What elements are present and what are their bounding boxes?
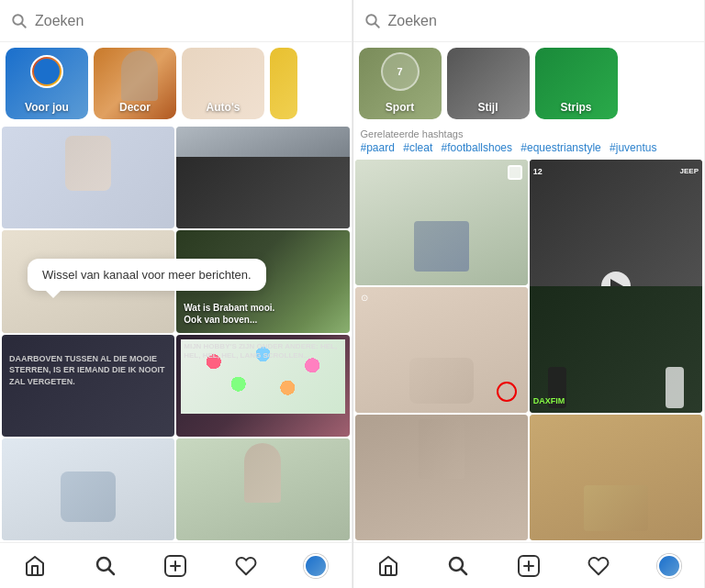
- right-panel: 7 Sport Stijl Strips Gerelateerde hashta…: [353, 0, 706, 588]
- left-search-bar[interactable]: [0, 0, 352, 42]
- right-search-nav-icon: [447, 555, 469, 577]
- grid-cell-r3[interactable]: ⊙: [355, 287, 528, 413]
- left-content-grid: Wat is Brabant mooi.Ook van boven... DAA…: [0, 125, 352, 542]
- grid-cell-6[interactable]: MIJN HOBBY'S ZIJN ONDER ANDERE: HEL, HEL…: [176, 335, 349, 437]
- jeep-logo: JEEP: [680, 167, 699, 175]
- grid-cell-7[interactable]: [2, 438, 174, 540]
- category-label-autos: Auto's: [182, 101, 264, 114]
- number-badge: 12: [533, 167, 543, 176]
- category-label-decor: Decor: [94, 101, 176, 114]
- hashtag-label: Gerelateerde hashtags: [361, 128, 698, 139]
- right-profile-avatar: [657, 554, 681, 578]
- right-search-icon: [364, 13, 381, 29]
- nav-profile[interactable]: [297, 548, 334, 584]
- left-category-strip: Voor jou Decor Auto's: [0, 42, 352, 125]
- right-nav-heart[interactable]: [580, 548, 617, 584]
- nav-search[interactable]: [87, 548, 124, 584]
- heart-icon: [235, 555, 257, 577]
- left-bottom-nav: [0, 542, 352, 588]
- nav-add[interactable]: [157, 548, 194, 584]
- right-heart-icon: [588, 555, 610, 577]
- category-label-voor-jou: Voor jou: [6, 101, 88, 114]
- right-bottom-nav: [353, 542, 705, 588]
- category-voor-jou[interactable]: Voor jou: [6, 48, 88, 119]
- profile-avatar: [304, 554, 328, 578]
- grid-cell-r4[interactable]: [355, 415, 528, 540]
- right-content-grid: DAXFIM JEEP 12 ⊙: [353, 158, 705, 542]
- hashtag-footballshoes[interactable]: #footballshoes: [442, 141, 512, 154]
- category-extra[interactable]: [270, 48, 297, 119]
- right-nav-add[interactable]: [510, 548, 547, 584]
- right-add-icon: [517, 554, 541, 578]
- left-panel: Voor jou Decor Auto's Wissel van kanaal …: [0, 0, 352, 588]
- svg-line-10: [462, 569, 467, 574]
- cell-text-6: MIJN HOBBY'S ZIJN ONDER ANDERE: HEL, HEL…: [184, 342, 341, 361]
- category-label-sport: Sport: [359, 101, 442, 114]
- hashtag-cleat[interactable]: #cleat: [403, 141, 432, 154]
- right-search-bar[interactable]: [353, 0, 705, 42]
- cell-text-5: DAARBOVEN TUSSEN AL DIE MOOIE STERREN, I…: [9, 353, 167, 388]
- hashtag-row: #paard #cleat #footballshoes #equestrian…: [361, 141, 698, 154]
- grid-cell-2[interactable]: [176, 127, 349, 228]
- category-sport[interactable]: 7 Sport: [359, 48, 442, 119]
- grid-cell-r2[interactable]: DAXFIM JEEP 12: [530, 160, 702, 413]
- right-content: Gerelateerde hashtags #paard #cleat #foo…: [353, 125, 705, 588]
- grid-cell-r5[interactable]: [530, 415, 702, 540]
- category-label-strips: Strips: [535, 101, 618, 114]
- home-icon: [24, 555, 46, 577]
- category-stijl[interactable]: Stijl: [447, 48, 530, 119]
- select-checkbox-r1[interactable]: [508, 165, 522, 180]
- player-white: [666, 367, 684, 408]
- svg-line-1: [22, 23, 26, 27]
- hashtag-juventus[interactable]: #juventus: [610, 141, 656, 154]
- right-nav-profile[interactable]: [651, 548, 688, 584]
- hashtag-equestrianstyle[interactable]: #equestrianstyle: [520, 141, 600, 154]
- grid-cell-1[interactable]: [2, 127, 174, 228]
- category-label-stijl: Stijl: [447, 101, 530, 114]
- tooltip: Wissel van kanaal voor meer berichten.: [28, 259, 266, 291]
- category-decor[interactable]: Decor: [94, 48, 176, 119]
- svg-line-3: [108, 569, 114, 574]
- right-nav-home[interactable]: [370, 548, 407, 584]
- cell-text-4: Wat is Brabant mooi.Ook van boven...: [184, 302, 341, 326]
- category-strips[interactable]: Strips: [535, 48, 618, 119]
- grid-cell-5[interactable]: DAARBOVEN TUSSEN AL DIE MOOIE STERREN, I…: [2, 335, 174, 437]
- right-home-icon: [377, 555, 399, 577]
- camera-indicator: ⊙: [361, 293, 368, 303]
- circle-icon-r3: [497, 382, 517, 402]
- right-search-input[interactable]: [388, 13, 694, 29]
- add-icon: [163, 554, 187, 578]
- right-category-strip: 7 Sport Stijl Strips: [353, 42, 705, 125]
- right-nav-search[interactable]: [440, 548, 476, 584]
- hashtag-section: Gerelateerde hashtags #paard #cleat #foo…: [353, 125, 705, 158]
- left-search-input[interactable]: [35, 13, 341, 29]
- search-nav-icon: [95, 555, 117, 577]
- soccer-overlay: DAXFIM: [530, 286, 702, 413]
- category-autos[interactable]: Auto's: [182, 48, 264, 119]
- brand-text: DAXFIM: [533, 396, 565, 405]
- svg-line-8: [375, 23, 378, 27]
- nav-home[interactable]: [17, 548, 53, 584]
- grid-cell-r1[interactable]: [355, 160, 528, 285]
- left-grid-area: Wissel van kanaal voor meer berichten. W…: [0, 125, 352, 542]
- hashtag-paard[interactable]: #paard: [361, 141, 395, 154]
- search-icon: [11, 13, 28, 29]
- grid-cell-8[interactable]: [176, 438, 349, 540]
- nav-heart[interactable]: [228, 548, 264, 584]
